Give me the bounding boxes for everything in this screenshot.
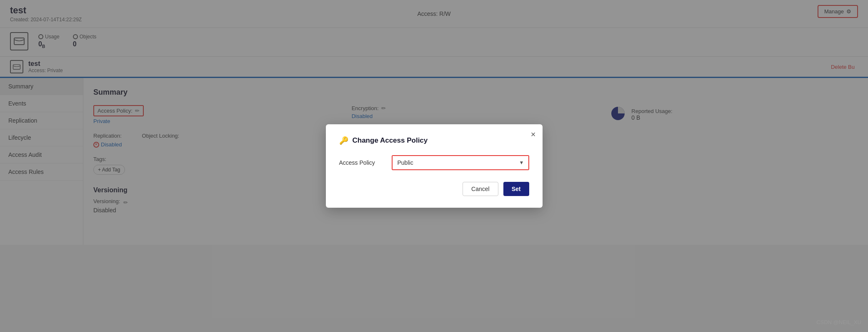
key-icon: 🔑 xyxy=(339,136,348,145)
set-button[interactable]: Set xyxy=(503,182,529,196)
modal-title: Change Access Policy xyxy=(353,136,428,145)
modal-field-label: Access Policy xyxy=(339,159,385,166)
modal-actions: Cancel Set xyxy=(339,182,529,196)
modal-close-button[interactable]: × xyxy=(531,130,536,138)
change-access-policy-modal: 🔑 Change Access Policy × Access Policy P… xyxy=(326,124,543,208)
access-policy-select[interactable]: Private Public Custom xyxy=(393,156,528,169)
modal-select-wrapper: Private Public Custom ▼ xyxy=(392,155,529,170)
modal-overlay: 🔑 Change Access Policy × Access Policy P… xyxy=(0,0,868,245)
cancel-button[interactable]: Cancel xyxy=(463,182,498,196)
modal-header: 🔑 Change Access Policy xyxy=(339,136,529,145)
modal-field: Access Policy Private Public Custom ▼ xyxy=(339,155,529,170)
